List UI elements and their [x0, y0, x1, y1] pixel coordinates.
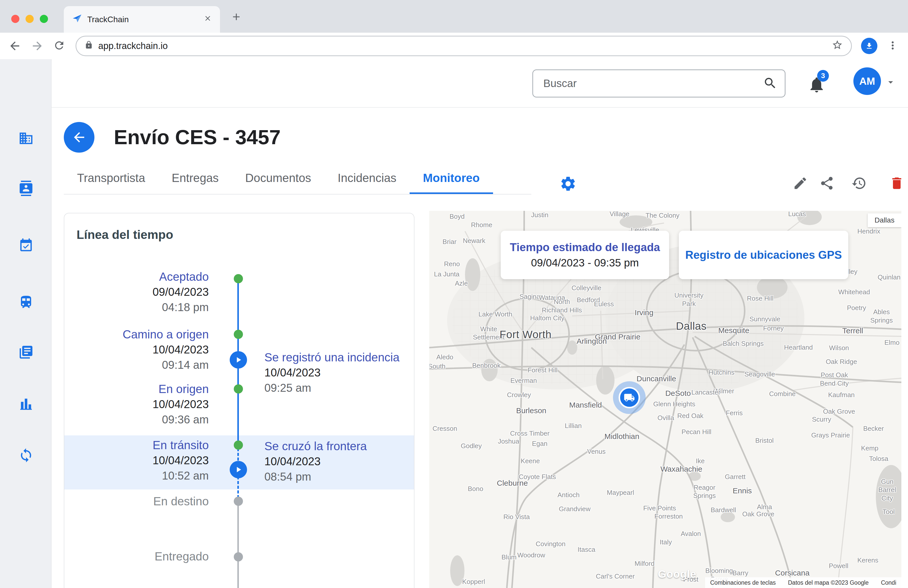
timeline-incident[interactable]: Se cruzó la frontera 10/04/2023 08:54 pm: [264, 438, 412, 484]
sync-icon[interactable]: [18, 448, 34, 463]
back-button[interactable]: [64, 122, 94, 153]
gear-icon[interactable]: [559, 175, 577, 192]
map-place-label: Mansfield: [569, 400, 602, 410]
timeline-title: Línea del tiempo: [77, 228, 173, 242]
map-place-label: Oak Grove: [823, 407, 855, 416]
map-place-label: Carl's Corner: [596, 572, 635, 581]
map-place-label: Rhome: [471, 221, 492, 229]
close-tab-icon[interactable]: [204, 14, 212, 24]
event-date: 09/04/2023: [64, 284, 209, 300]
app-sidebar: [0, 59, 52, 588]
page-title: Envío CES - 3457: [114, 126, 281, 149]
avatar[interactable]: AM: [853, 68, 881, 95]
map-place-label: Village: [610, 211, 629, 218]
map-place-label: Ferris: [726, 409, 743, 417]
timeline-event[interactable]: En destino: [64, 494, 209, 509]
back-icon[interactable]: [8, 39, 21, 53]
map-place-label: Ennis: [733, 486, 752, 496]
bookmark-star-icon[interactable]: [832, 39, 843, 53]
bar-chart-icon[interactable]: [18, 396, 34, 411]
map-place-label: Garrett: [725, 473, 745, 481]
map-place-label: Euless: [594, 300, 614, 308]
map-place-label: Midlothian: [604, 432, 639, 441]
history-icon[interactable]: [852, 176, 867, 191]
map-panel[interactable]: BoydJustinVillageThe ColonyLucasCaddoHen…: [429, 211, 902, 588]
delete-trash-icon[interactable]: [889, 176, 905, 191]
map-place-label: Reno: [444, 260, 460, 268]
map-place-label: Corsicana: [775, 568, 810, 578]
train-icon[interactable]: [18, 295, 34, 310]
zoom-window-button[interactable]: [40, 15, 48, 23]
timeline-dot-aceptado: [234, 274, 243, 283]
map-place-label: Blum: [501, 553, 517, 561]
timeline-dot-transito: [234, 440, 243, 449]
browser-tab[interactable]: TrackChain: [64, 6, 220, 33]
map-place-label: Briar: [443, 238, 457, 246]
tab-title: TrackChain: [87, 15, 198, 24]
keyboard-shortcuts-link[interactable]: Combinaciones de teclas: [710, 579, 776, 586]
map-place-label: Burleson: [516, 406, 546, 416]
map-place-label: Joshua: [498, 437, 519, 446]
chevron-down-icon[interactable]: [885, 77, 896, 88]
timeline-event[interactable]: En origen 10/04/2023 09:36 am: [64, 381, 209, 427]
event-date: 10/04/2023: [64, 453, 209, 468]
new-tab-button[interactable]: [230, 10, 243, 24]
map-place-label: Egan: [532, 440, 547, 448]
terms-link[interactable]: Condi: [881, 579, 896, 586]
contacts-icon[interactable]: [18, 181, 34, 196]
truck-location-marker[interactable]: [613, 381, 646, 414]
gps-log-button[interactable]: Registro de ubicaciones GPS: [679, 231, 848, 279]
event-label: En tránsito: [64, 437, 209, 453]
timeline-event[interactable]: Aceptado 09/04/2023 04:18 pm: [64, 269, 209, 315]
map-place-label: Becker: [863, 424, 884, 433]
timeline-incident[interactable]: Se registró una incidencia 10/04/2023 09…: [264, 350, 412, 396]
map-place-label: Forest Hill: [528, 366, 557, 374]
event-time: 09:14 am: [64, 357, 209, 373]
app-content: 3 AM Envío CES - 3457 Transportista Entr…: [0, 59, 908, 588]
map-place-label: Kerens: [857, 556, 878, 564]
tab-transportista[interactable]: Transportista: [64, 163, 158, 194]
close-window-button[interactable]: [11, 15, 19, 23]
address-bar[interactable]: app.trackchain.io: [76, 36, 852, 56]
tab-entregas[interactable]: Entregas: [158, 163, 232, 194]
map-place-label: Milford: [635, 559, 655, 568]
map-place-label: Powell: [829, 562, 848, 570]
map-place-label: Barry: [733, 569, 748, 577]
map-place-label: Irving: [635, 308, 653, 317]
timeline-event[interactable]: En tránsito 10/04/2023 10:52 am: [64, 437, 209, 483]
map-place-label: North Richland Hills: [542, 298, 582, 314]
tab-monitoreo[interactable]: Monitoreo: [410, 163, 493, 194]
map-place-label: Godley: [460, 442, 481, 450]
map-place-label: Lucas: [788, 211, 806, 218]
map-place-label: Venus: [587, 447, 605, 456]
map-place-label: Lake Worth: [478, 310, 512, 319]
browser-menu-icon[interactable]: [887, 39, 900, 53]
cloud-download-icon[interactable]: [861, 38, 877, 54]
map-place-label: Covington: [536, 540, 565, 548]
map-place-label: Fort Worth: [500, 328, 552, 342]
timeline-event[interactable]: Entregado: [64, 549, 209, 564]
incident-play-button[interactable]: [230, 461, 247, 478]
calendar-check-icon[interactable]: [18, 238, 34, 253]
search-icon[interactable]: [763, 76, 778, 92]
map-place-label: Rose Hill: [747, 294, 773, 303]
documents-icon[interactable]: [18, 345, 34, 360]
map-place-label: Aledo: [436, 353, 454, 361]
reload-icon[interactable]: [53, 39, 66, 53]
map-place-label: Rio Vista: [503, 512, 530, 521]
incident-play-button[interactable]: [230, 351, 247, 369]
truck-icon: [618, 387, 640, 408]
tab-incidencias[interactable]: Incidencias: [324, 163, 410, 194]
search-input[interactable]: [532, 69, 786, 97]
map-attribution: Combinaciones de teclas Datos del mapa ©…: [705, 577, 902, 588]
event-label: Entregado: [64, 549, 209, 564]
map-place-label: Reagor Springs: [693, 483, 716, 500]
edit-pencil-icon[interactable]: [793, 176, 808, 191]
minimize-window-button[interactable]: [26, 15, 34, 23]
share-icon[interactable]: [819, 176, 834, 191]
tab-documentos[interactable]: Documentos: [232, 163, 324, 194]
forward-icon[interactable]: [31, 39, 44, 53]
map-place-label: Hutchins: [709, 368, 734, 377]
timeline-event[interactable]: Camino a origen 10/04/2023 09:14 am: [64, 327, 209, 373]
building-icon[interactable]: [18, 130, 34, 146]
